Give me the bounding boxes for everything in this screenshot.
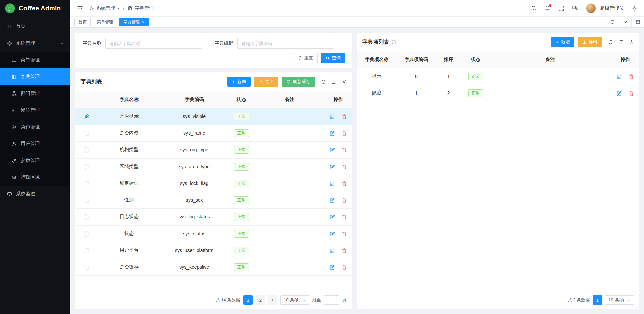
table-row[interactable]: 性别 sys_sex 正常 xyxy=(75,192,352,208)
delete-icon[interactable] xyxy=(342,181,347,186)
sidebar-item-role-management[interactable]: 角色管理 xyxy=(0,119,70,135)
row-radio[interactable] xyxy=(84,114,89,119)
edit-icon[interactable] xyxy=(330,214,335,220)
fullscreen-icon[interactable] xyxy=(558,5,564,11)
edit-icon[interactable] xyxy=(330,164,335,170)
row-radio[interactable] xyxy=(84,214,89,220)
sidebar-item-admin-region[interactable]: 行政区域 xyxy=(0,169,70,186)
sidebar-item-home[interactable]: 首页 xyxy=(0,18,70,35)
menu-fold-icon[interactable] xyxy=(77,5,83,11)
refresh-icon[interactable] xyxy=(606,17,619,27)
row-radio[interactable] xyxy=(84,248,89,253)
close-icon[interactable]: × xyxy=(142,20,145,24)
table-row[interactable]: 锁定标记 sys_lock_flag 正常 xyxy=(75,175,352,192)
delete-icon[interactable] xyxy=(342,214,347,220)
delete-icon[interactable] xyxy=(342,248,347,253)
edit-icon[interactable] xyxy=(330,231,335,237)
table-row[interactable]: 隐藏 1 2 正常 xyxy=(357,85,639,102)
sidebar-item-menu-management[interactable]: 菜单管理 xyxy=(0,52,70,68)
dict-code-input[interactable] xyxy=(237,38,334,49)
maximize-icon[interactable] xyxy=(631,17,644,27)
page-size-select[interactable]: 10 条/页 xyxy=(280,295,309,305)
settings-gear-icon[interactable] xyxy=(632,5,637,11)
export-dict-item-button[interactable]: 导出 xyxy=(578,37,602,47)
query-button[interactable]: 查询 xyxy=(321,53,345,63)
edit-icon[interactable] xyxy=(330,181,335,186)
delete-icon[interactable] xyxy=(342,265,347,270)
table-row[interactable]: 是否显示 sys_visible 正常 xyxy=(75,108,352,125)
delete-icon[interactable] xyxy=(342,147,347,153)
edit-icon[interactable] xyxy=(616,91,622,96)
edit-icon[interactable] xyxy=(330,131,335,136)
breadcrumb-label: 系统管理 xyxy=(96,5,115,11)
cell-remark xyxy=(255,125,325,141)
table-row[interactable]: 区域类型 sys_area_type 正常 xyxy=(75,158,352,175)
delete-icon[interactable] xyxy=(342,231,347,237)
page-button-1[interactable]: 1 xyxy=(243,295,253,305)
edit-icon[interactable] xyxy=(330,147,335,153)
delete-icon[interactable] xyxy=(342,198,347,203)
chevron-down-icon[interactable] xyxy=(619,17,631,27)
edit-icon[interactable] xyxy=(330,248,335,253)
reset-button[interactable]: 重置 xyxy=(293,53,318,63)
density-icon[interactable] xyxy=(331,79,336,84)
row-radio[interactable] xyxy=(84,147,89,153)
table-row[interactable]: 显示 0 1 正常 xyxy=(357,68,639,85)
tab-home[interactable]: 首页 xyxy=(74,18,91,26)
table-row[interactable]: 是否内嵌 sys_frame 正常 xyxy=(75,125,352,141)
column-settings-icon[interactable] xyxy=(629,40,634,45)
jump-page-input[interactable] xyxy=(324,295,339,305)
tab-dict-management[interactable]: 字典管理 × xyxy=(119,18,149,26)
row-radio[interactable] xyxy=(84,164,89,170)
table-row[interactable]: 状态 sys_status 正常 xyxy=(75,225,352,242)
sidebar-item-param-management[interactable]: 参数管理 xyxy=(0,152,70,169)
info-icon[interactable] xyxy=(391,40,396,45)
search-icon[interactable] xyxy=(531,5,537,11)
edit-icon[interactable] xyxy=(330,265,335,270)
sidebar-item-dept-management[interactable]: 部门管理 xyxy=(0,85,70,102)
sidebar-item-system-management[interactable]: 系统管理 xyxy=(0,35,70,52)
dict-name-input[interactable] xyxy=(105,38,202,49)
export-dict-button[interactable]: 导出 xyxy=(254,77,278,87)
table-row[interactable]: 是否缓存 sys_keepalive 正常 xyxy=(75,259,352,275)
sidebar-item-user-management[interactable]: 用户管理 xyxy=(0,135,70,152)
delete-icon[interactable] xyxy=(342,114,347,119)
page-size-select[interactable]: 10 条/页 xyxy=(605,295,634,305)
app-logo[interactable]: Coffee Admin xyxy=(0,0,70,17)
add-dict-item-button[interactable]: + 新增 xyxy=(551,37,574,47)
page-button-2[interactable]: 2 xyxy=(256,295,265,305)
notification-bell-icon[interactable] xyxy=(545,5,550,11)
next-page-icon[interactable] xyxy=(268,295,277,305)
table-row[interactable]: 日志状态 sys_log_status 正常 xyxy=(75,208,352,225)
column-settings-icon[interactable] xyxy=(342,79,347,84)
breadcrumb-system-management[interactable]: 系统管理 xyxy=(89,5,120,11)
row-radio[interactable] xyxy=(84,265,89,270)
row-radio[interactable] xyxy=(84,198,89,203)
translate-icon[interactable] xyxy=(572,5,578,11)
row-radio[interactable] xyxy=(84,181,89,186)
edit-icon[interactable] xyxy=(330,198,335,203)
page-button-1[interactable]: 1 xyxy=(593,295,602,305)
avatar[interactable] xyxy=(586,3,596,13)
tab-menu-management[interactable]: 菜单管理 xyxy=(93,18,117,26)
table-row[interactable]: 机构类型 sys_org_type 正常 xyxy=(75,141,352,158)
delete-icon[interactable] xyxy=(342,164,347,170)
sidebar-item-dict-management[interactable]: 字典管理 xyxy=(0,68,70,85)
sidebar-item-system-monitor[interactable]: 系统监控 xyxy=(0,186,70,202)
table-row[interactable]: 用户平台 sys_user_platform 正常 xyxy=(75,242,352,259)
delete-icon[interactable] xyxy=(342,131,347,136)
refresh-cache-button[interactable]: 刷新缓存 xyxy=(282,77,315,87)
row-radio[interactable] xyxy=(84,131,89,136)
reload-icon[interactable] xyxy=(608,40,613,45)
username[interactable]: 超级管理员 xyxy=(600,5,624,11)
density-icon[interactable] xyxy=(619,40,624,45)
sidebar-item-post-management[interactable]: 岗位管理 xyxy=(0,102,70,119)
edit-icon[interactable] xyxy=(330,114,335,119)
edit-icon[interactable] xyxy=(616,74,622,79)
row-radio[interactable] xyxy=(84,231,89,237)
delete-icon[interactable] xyxy=(629,91,634,96)
delete-icon[interactable] xyxy=(629,74,634,79)
dict-pagination: 共 14 条数据 1 2 10 条/页 跳至 页 xyxy=(75,291,352,309)
reload-icon[interactable] xyxy=(321,79,326,84)
add-dict-button[interactable]: + 新增 xyxy=(227,77,251,87)
